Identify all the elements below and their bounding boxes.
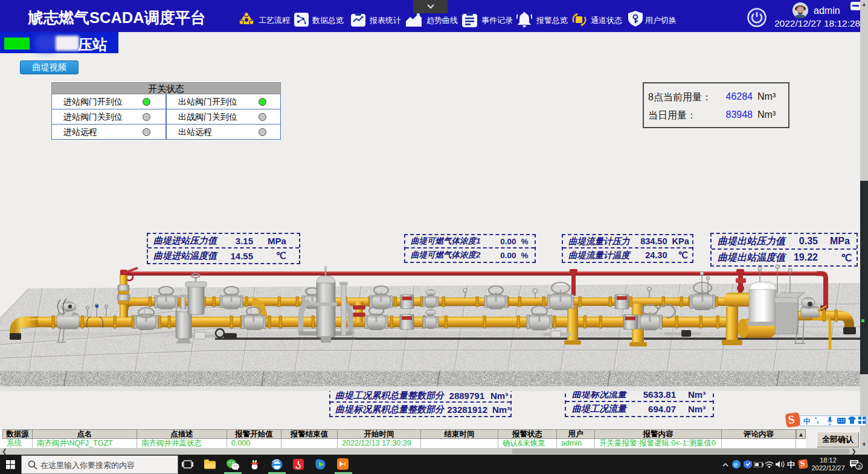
svg-text:e: e xyxy=(734,461,738,468)
svg-text:3: 3 xyxy=(858,464,861,470)
